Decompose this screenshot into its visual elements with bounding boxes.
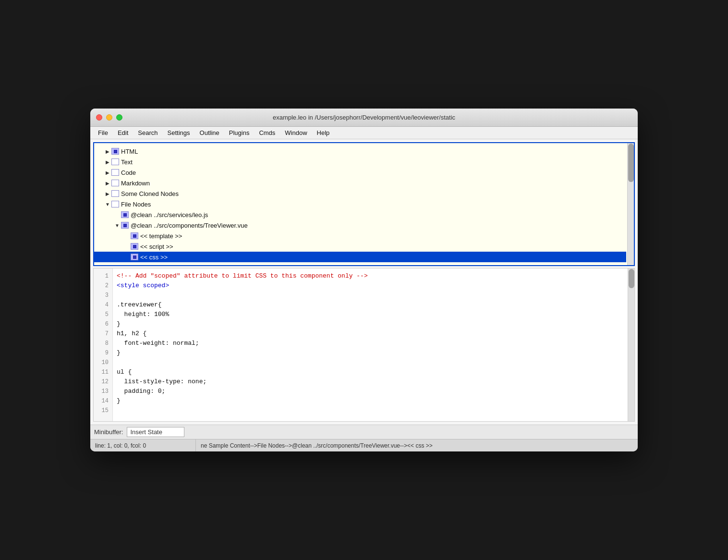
tree-node-markdown[interactable]: ▶Markdown bbox=[94, 178, 626, 188]
line-number-12: 12 bbox=[94, 377, 112, 387]
code-line-13: padding: 0; bbox=[117, 387, 631, 396]
code-line-11: ul { bbox=[117, 367, 631, 377]
tree-node-treeviewer[interactable]: ▼@clean ../src/components/TreeViewer.vue bbox=[94, 220, 626, 231]
status-left: line: 1, col: 0, fcol: 0 bbox=[90, 439, 196, 451]
line-number-3: 3 bbox=[94, 291, 112, 300]
tree-node-css[interactable]: << css >> bbox=[94, 252, 626, 262]
tree-panel: ▶HTML▶Text▶Code▶Markdown▶Some Cloned Nod… bbox=[93, 142, 635, 266]
code-scrollbar[interactable] bbox=[628, 268, 634, 421]
line-number-11: 11 bbox=[94, 367, 112, 377]
tree-scroll-area[interactable]: ▶HTML▶Text▶Code▶Markdown▶Some Cloned Nod… bbox=[94, 143, 634, 265]
tree-node-template[interactable]: << template >> bbox=[94, 231, 626, 241]
menu-help[interactable]: Help bbox=[313, 128, 334, 137]
menu-window[interactable]: Window bbox=[281, 128, 311, 137]
main-content: ▶HTML▶Text▶Code▶Markdown▶Some Cloned Nod… bbox=[90, 139, 638, 425]
line-number-7: 7 bbox=[94, 329, 112, 339]
menu-plugins[interactable]: Plugins bbox=[225, 128, 254, 137]
tree-node-html[interactable]: ▶HTML bbox=[94, 146, 626, 157]
code-line-5: height: 100% bbox=[117, 310, 631, 319]
tree-node-cloned[interactable]: ▶Some Cloned Nodes bbox=[94, 188, 626, 199]
status-bar: line: 1, col: 0, fcol: 0 ne Sample Conte… bbox=[90, 439, 638, 451]
code-line-10 bbox=[117, 358, 631, 367]
line-number-4: 4 bbox=[94, 300, 112, 310]
minibuffer-bar: Minibuffer: Insert State bbox=[90, 425, 638, 439]
menu-outline[interactable]: Outline bbox=[196, 128, 223, 137]
status-right: ne Sample Content-->File Nodes-->@clean … bbox=[196, 439, 638, 451]
code-line-4: .treeviewer{ bbox=[117, 300, 631, 310]
line-number-13: 13 bbox=[94, 387, 112, 396]
menu-edit[interactable]: Edit bbox=[114, 128, 132, 137]
app-window: example.leo in /Users/josephorr/Developm… bbox=[90, 109, 638, 451]
tree-node-code[interactable]: ▶Code bbox=[94, 167, 626, 178]
line-number-10: 10 bbox=[94, 358, 112, 367]
minibuffer-value: Insert State bbox=[127, 427, 184, 437]
tree-node-filenodes[interactable]: ▼File Nodes bbox=[94, 199, 626, 209]
code-scrollbar-thumb[interactable] bbox=[629, 269, 634, 288]
line-number-14: 14 bbox=[94, 396, 112, 406]
code-line-3 bbox=[117, 291, 631, 300]
traffic-lights bbox=[96, 114, 122, 121]
menu-settings[interactable]: Settings bbox=[164, 128, 194, 137]
code-line-1: <!-- Add "scoped" attribute to limit CSS… bbox=[117, 271, 631, 281]
line-number-8: 8 bbox=[94, 339, 112, 348]
title-bar: example.leo in /Users/josephorr/Developm… bbox=[90, 109, 638, 127]
code-line-8: font-weight: normal; bbox=[117, 339, 631, 348]
line-numbers: 123456789101112131415 bbox=[94, 268, 113, 421]
menu-cmds[interactable]: Cmds bbox=[255, 128, 279, 137]
tree-node-script[interactable]: << script >> bbox=[94, 241, 626, 252]
tree-scrollbar-thumb[interactable] bbox=[628, 144, 634, 182]
code-panel: 123456789101112131415 <!-- Add "scoped" … bbox=[93, 268, 635, 422]
code-line-9: } bbox=[117, 348, 631, 358]
tree-node-leo-js[interactable]: @clean ../src/services/leo.js bbox=[94, 209, 626, 220]
tree-scrollbar[interactable] bbox=[627, 143, 634, 265]
tree-node-text[interactable]: ▶Text bbox=[94, 157, 626, 167]
menu-file[interactable]: File bbox=[94, 128, 112, 137]
code-line-7: h1, h2 { bbox=[117, 329, 631, 339]
minimize-button[interactable] bbox=[106, 114, 112, 121]
line-number-1: 1 bbox=[94, 271, 112, 281]
line-number-2: 2 bbox=[94, 281, 112, 291]
line-number-9: 9 bbox=[94, 348, 112, 358]
minibuffer-label: Minibuffer: bbox=[94, 428, 123, 436]
code-line-6: } bbox=[117, 319, 631, 329]
line-number-6: 6 bbox=[94, 319, 112, 329]
close-button[interactable] bbox=[96, 114, 102, 121]
maximize-button[interactable] bbox=[116, 114, 122, 121]
code-line-12: list-style-type: none; bbox=[117, 377, 631, 387]
menu-bar: File Edit Search Settings Outline Plugin… bbox=[90, 127, 638, 139]
code-line-14: } bbox=[117, 396, 631, 406]
window-title: example.leo in /Users/josephorr/Developm… bbox=[273, 114, 455, 121]
line-number-15: 15 bbox=[94, 406, 112, 415]
menu-search[interactable]: Search bbox=[134, 128, 161, 137]
line-number-5: 5 bbox=[94, 310, 112, 319]
code-line-15 bbox=[117, 406, 631, 415]
code-content[interactable]: <!-- Add "scoped" attribute to limit CSS… bbox=[113, 268, 634, 421]
code-line-2: <style scoped> bbox=[117, 281, 631, 291]
